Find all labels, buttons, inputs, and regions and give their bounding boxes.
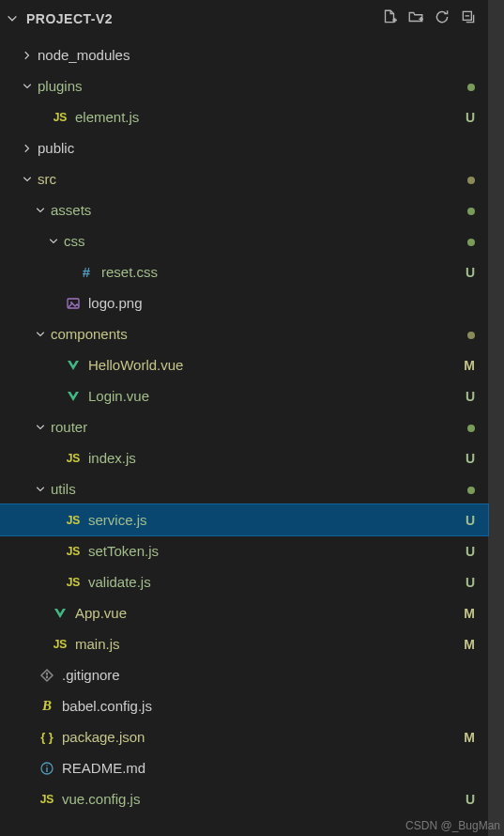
collapse-all-icon[interactable]: [460, 8, 477, 29]
file--gitignore[interactable]: .gitignore: [0, 659, 488, 690]
watermark-text: CSDN @_BugMan: [405, 819, 500, 832]
item-label: vue.config.js: [62, 791, 460, 807]
svg-point-4: [46, 675, 48, 677]
git-status: U: [460, 544, 475, 559]
chevron-spacer: [19, 698, 36, 715]
file-main-js[interactable]: JSmain.jsM: [0, 628, 488, 659]
svg-point-6: [46, 765, 48, 766]
vue-icon: [51, 604, 69, 623]
chevron-down-icon[interactable]: [32, 326, 49, 343]
item-label: package.json: [62, 729, 460, 745]
svg-point-3: [46, 672, 48, 673]
item-label: service.js: [88, 512, 460, 528]
file-index-js[interactable]: JSindex.jsU: [0, 442, 488, 473]
chevron-down-icon[interactable]: [45, 233, 62, 250]
git-status: [460, 327, 475, 342]
file-validate-js[interactable]: JSvalidate.jsU: [0, 566, 488, 597]
folder-plugins[interactable]: plugins: [0, 70, 488, 101]
item-label: main.js: [75, 636, 460, 652]
js-icon: JS: [64, 542, 83, 561]
js-icon: JS: [64, 449, 83, 468]
chevron-down-icon[interactable]: [4, 10, 21, 27]
side-scrollbar-area: [488, 0, 504, 836]
chevron-down-icon[interactable]: [32, 419, 49, 436]
folder-css[interactable]: css: [0, 225, 488, 256]
item-label: router: [51, 419, 460, 435]
file-settoken-js[interactable]: JSsetToken.jsU: [0, 535, 488, 566]
chevron-spacer: [19, 667, 36, 684]
chevron-spacer: [19, 729, 36, 746]
chevron-spacer: [58, 264, 75, 281]
chevron-right-icon[interactable]: [19, 47, 36, 64]
file-service-js[interactable]: JSservice.jsU: [0, 504, 488, 535]
chevron-down-icon[interactable]: [32, 481, 49, 498]
project-title: PROJECT-V2: [26, 11, 113, 26]
folder-public[interactable]: public: [0, 132, 488, 163]
folder-assets[interactable]: assets: [0, 194, 488, 225]
chevron-spacer: [45, 357, 62, 374]
item-label: public: [38, 140, 460, 156]
chevron-spacer: [45, 450, 62, 467]
hash-icon: #: [77, 263, 96, 282]
chevron-down-icon[interactable]: [19, 171, 36, 188]
chevron-spacer: [45, 295, 62, 312]
item-label: css: [64, 233, 460, 249]
item-label: logo.png: [88, 295, 460, 311]
folder-router[interactable]: router: [0, 411, 488, 442]
file-readme-md[interactable]: README.md: [0, 752, 488, 783]
refresh-icon[interactable]: [434, 8, 451, 29]
item-label: plugins: [38, 78, 460, 94]
chevron-right-icon[interactable]: [19, 140, 36, 157]
git-icon: [38, 666, 56, 685]
folder-utils[interactable]: utils: [0, 473, 488, 504]
git-status: U: [460, 451, 475, 466]
js-icon: JS: [64, 573, 83, 592]
js-icon: JS: [38, 790, 56, 809]
chevron-spacer: [45, 512, 62, 529]
git-status: U: [460, 110, 475, 125]
chevron-spacer: [32, 636, 49, 653]
file-element-js[interactable]: JSelement.jsU: [0, 101, 488, 132]
folder-node-modules[interactable]: node_modules: [0, 39, 488, 70]
chevron-down-icon[interactable]: [32, 202, 49, 219]
git-status: M: [460, 358, 475, 373]
info-icon: [38, 759, 56, 778]
item-label: element.js: [75, 109, 460, 125]
git-status: U: [460, 513, 475, 528]
vue-icon: [64, 387, 83, 406]
explorer-header: PROJECT-V2: [0, 0, 488, 38]
header-actions: [381, 8, 481, 29]
file-reset-css[interactable]: #reset.cssU: [0, 256, 488, 287]
file-app-vue[interactable]: App.vueM: [0, 597, 488, 628]
item-label: validate.js: [88, 574, 460, 590]
git-status: [460, 203, 475, 218]
item-label: setToken.js: [88, 543, 460, 559]
file-login-vue[interactable]: Login.vueU: [0, 380, 488, 411]
new-file-icon[interactable]: [381, 8, 398, 29]
chevron-spacer: [32, 109, 49, 126]
git-status: M: [460, 606, 475, 621]
file-helloworld-vue[interactable]: HelloWorld.vueM: [0, 349, 488, 380]
git-status: [460, 172, 475, 187]
chevron-spacer: [32, 605, 49, 622]
folder-components[interactable]: components: [0, 318, 488, 349]
chevron-down-icon[interactable]: [19, 78, 36, 95]
svg-rect-7: [46, 767, 47, 772]
item-label: index.js: [88, 450, 460, 466]
item-label: node_modules: [38, 47, 460, 63]
git-status: [460, 420, 475, 435]
chevron-spacer: [19, 791, 36, 808]
item-label: App.vue: [75, 605, 460, 621]
image-icon: [64, 294, 83, 313]
file-logo-png[interactable]: logo.png: [0, 287, 488, 318]
file-babel-config-js[interactable]: Bbabel.config.js: [0, 690, 488, 721]
file-vue-config-js[interactable]: JSvue.config.jsU: [0, 783, 488, 814]
file-tree: node_modulespluginsJSelement.jsUpublicsr…: [0, 38, 488, 814]
git-status: [460, 79, 475, 94]
git-status: M: [460, 637, 475, 652]
item-label: HelloWorld.vue: [88, 357, 460, 373]
folder-src[interactable]: src: [0, 163, 488, 194]
new-folder-icon[interactable]: [407, 8, 424, 29]
git-status: U: [460, 575, 475, 590]
file-package-json[interactable]: { }package.jsonM: [0, 721, 488, 752]
